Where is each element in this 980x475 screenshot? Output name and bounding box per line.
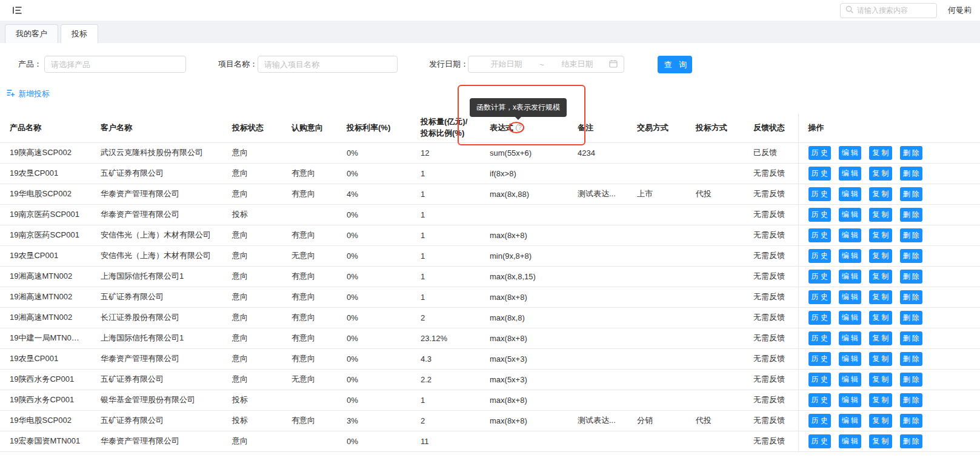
copy-button[interactable]: 复 制 [869,373,892,387]
edit-button[interactable]: 编 辑 [839,146,861,160]
edit-button[interactable]: 编 辑 [839,167,861,181]
copy-button[interactable]: 复 制 [869,270,892,284]
copy-button[interactable]: 复 制 [869,146,892,160]
table-cell: 0% [337,225,411,245]
copy-button[interactable]: 复 制 [869,311,892,325]
table-cell: 投标 [222,390,282,410]
project-name-input[interactable] [264,60,391,69]
table-cell: 19湘高速MTN002 [0,266,91,287]
product-select[interactable] [44,56,186,73]
delete-button[interactable]: 删 除 [900,352,922,366]
edit-button[interactable]: 编 辑 [839,311,861,325]
history-button[interactable]: 历 史 [808,311,831,325]
history-button[interactable]: 历 史 [808,228,831,242]
edit-button[interactable]: 编 辑 [839,187,861,201]
table-row: 19湘高速MTN002长江证券股份有限公司意向有意向0%2max(8x,8)无需… [0,307,980,328]
table-cell [686,245,744,266]
history-button[interactable]: 历 史 [808,249,831,263]
history-button[interactable]: 历 史 [808,352,831,366]
table-cell: 五矿证券有限公司 [91,163,222,184]
delete-button[interactable]: 删 除 [900,187,922,201]
table-cell: max(8x+8) [480,328,568,348]
delete-button[interactable]: 删 除 [900,434,922,448]
column-header-bid-mode: 投标方式 [686,114,744,142]
delete-button[interactable]: 删 除 [900,270,922,284]
table-cell: 银华基金管理股份有限公司 [91,390,222,410]
history-button[interactable]: 历 史 [808,208,831,222]
edit-button[interactable]: 编 辑 [839,352,861,366]
table-cell: max(8x+8) [480,410,568,431]
table-cell: 23.12% [411,328,480,348]
copy-button[interactable]: 复 制 [869,208,892,222]
tab-bidding[interactable]: 投标 [61,24,98,43]
table-cell: 华泰资产管理有限公司 [91,204,222,225]
delete-button[interactable]: 删 除 [900,228,922,242]
product-select-input[interactable] [51,60,179,69]
delete-button[interactable]: 删 除 [900,373,922,387]
user-name[interactable]: 何曼莉 [948,5,972,16]
table-cell: 无需反馈 [744,410,798,431]
issue-date-range-picker[interactable]: 开始日期 ~ 结束日期 [468,56,624,73]
table-cell: 安信伟光（上海）木材有限公司 [91,245,222,266]
tab-my-customers[interactable]: 我的客户 [5,24,58,43]
copy-button[interactable]: 复 制 [869,414,892,428]
table-cell: 0% [337,287,411,307]
start-date-placeholder[interactable]: 开始日期 [475,59,538,70]
history-button[interactable]: 历 史 [808,393,831,407]
delete-button[interactable]: 删 除 [900,311,922,325]
edit-button[interactable]: 编 辑 [839,414,861,428]
copy-button[interactable]: 复 制 [869,187,892,201]
copy-button[interactable]: 复 制 [869,393,892,407]
expression-header-label: 表达式 [490,123,513,132]
edit-button[interactable]: 编 辑 [839,373,861,387]
edit-button[interactable]: 编 辑 [839,208,861,222]
edit-button[interactable]: 编 辑 [839,331,861,345]
history-button[interactable]: 历 史 [808,270,831,284]
copy-button[interactable]: 复 制 [869,290,892,304]
add-bid-button[interactable]: 新增投标 [6,88,50,99]
edit-button[interactable]: 编 辑 [839,270,861,284]
edit-button[interactable]: 编 辑 [839,228,861,242]
copy-button[interactable]: 复 制 [869,352,892,366]
copy-button[interactable]: 复 制 [869,249,892,263]
help-icon[interactable]: ? [516,124,524,132]
table-cell [686,369,744,390]
copy-button[interactable]: 复 制 [869,434,892,448]
menu-fold-icon[interactable] [11,4,23,16]
history-button[interactable]: 历 史 [808,373,831,387]
end-date-placeholder[interactable]: 结束日期 [545,59,609,70]
delete-button[interactable]: 删 除 [900,249,922,263]
history-button[interactable]: 历 史 [808,146,831,160]
copy-button[interactable]: 复 制 [869,331,892,345]
edit-button[interactable]: 编 辑 [839,434,861,448]
table-cell: 代投 [686,410,744,431]
history-button[interactable]: 历 史 [808,434,831,448]
edit-button[interactable]: 编 辑 [839,249,861,263]
table-cell: 1 [411,266,480,287]
project-name-field[interactable] [258,56,398,73]
delete-button[interactable]: 删 除 [900,331,922,345]
search-input[interactable] [857,6,932,15]
history-button[interactable]: 历 史 [808,187,831,201]
delete-button[interactable]: 删 除 [900,208,922,222]
delete-button[interactable]: 删 除 [900,393,922,407]
actions-cell: 历 史编 辑复 制删 除 [798,184,980,204]
table-cell [480,431,568,451]
history-button[interactable]: 历 史 [808,331,831,345]
tab-bar: 我的客户 投标 [0,21,980,43]
copy-button[interactable]: 复 制 [869,228,892,242]
edit-button[interactable]: 编 辑 [839,393,861,407]
delete-button[interactable]: 删 除 [900,167,922,181]
table-row: 19陕西水务CP001银华基金管理股份有限公司投标0%1max(8x+8)无需反… [0,390,980,410]
delete-button[interactable]: 删 除 [900,414,922,428]
query-button[interactable]: 查 询 [658,56,692,73]
column-header-customer: 客户名称 [91,114,222,142]
history-button[interactable]: 历 史 [808,290,831,304]
edit-button[interactable]: 编 辑 [839,290,861,304]
history-button[interactable]: 历 史 [808,167,831,181]
table-cell: 投标 [222,410,282,431]
delete-button[interactable]: 删 除 [900,146,922,160]
copy-button[interactable]: 复 制 [869,167,892,181]
history-button[interactable]: 历 史 [808,414,831,428]
delete-button[interactable]: 删 除 [900,290,922,304]
